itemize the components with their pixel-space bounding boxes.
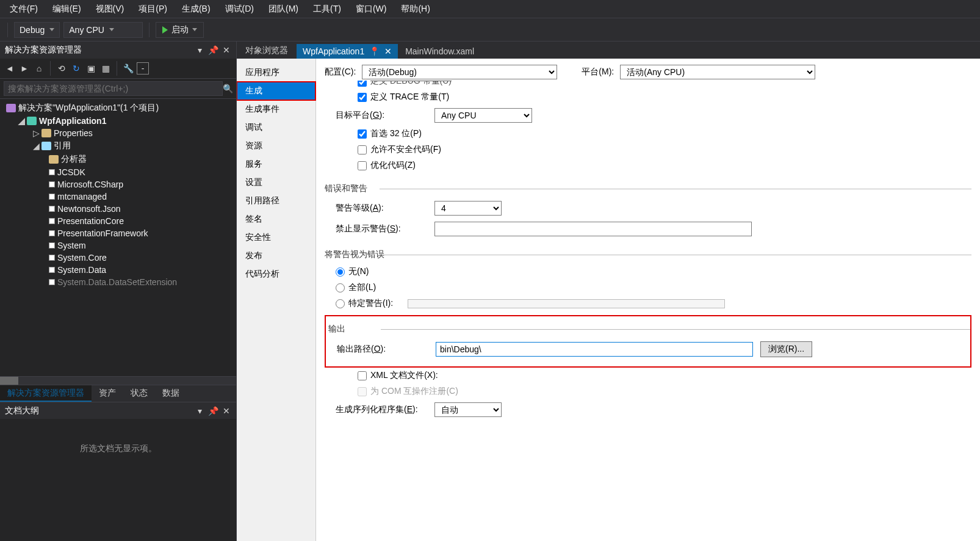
suppress-warnings-input[interactable] [434,222,752,236]
close-icon[interactable]: ✕ [384,46,392,56]
reference-item[interactable]: Microsoft.CSharp [0,178,236,191]
properties-icon[interactable]: 🔧 [122,62,134,74]
properties-node[interactable]: ▷ Properties [0,127,236,139]
optimize-code-checkbox[interactable]: 优化代码(Z) [347,158,971,173]
radio[interactable] [336,299,345,308]
nav-build-events[interactable]: 生成事件 [237,100,315,118]
output-path-input[interactable] [436,342,753,357]
reference-item[interactable]: System.Data [0,264,236,276]
close-icon[interactable]: ✕ [222,45,231,55]
reference-item[interactable]: JCSDK [0,166,236,178]
tab-solution-explorer[interactable]: 解决方案资源管理器 [0,385,92,402]
scroll-thumb[interactable] [0,377,18,385]
home-icon[interactable]: ⌂ [33,62,45,74]
reference-item[interactable]: System.Data.DataSetExtension [0,276,236,288]
menu-edit[interactable]: 编辑(E) [45,1,88,17]
platform-select[interactable]: 活动(Any CPU) [620,65,815,79]
reference-item[interactable]: Newtonsoft.Json [0,203,236,215]
menu-debug[interactable]: 调试(D) [218,1,261,17]
project-node[interactable]: ◢ WpfApplication1 [0,115,236,127]
menu-help[interactable]: 帮助(H) [394,1,437,17]
checkbox[interactable] [358,93,367,102]
collapse-icon[interactable]: ▣ [85,62,97,74]
nav-publish[interactable]: 发布 [237,247,315,265]
define-debug-checkbox[interactable]: 定义 DEBUG 常量(U) [347,81,971,89]
dropdown-icon[interactable]: ▾ [195,45,204,55]
nav-resources[interactable]: 资源 [237,137,315,155]
tab-assets[interactable]: 资产 [92,385,123,402]
menu-file[interactable]: 文件(F) [2,1,45,17]
pin-icon[interactable]: 📌 [208,45,218,55]
solution-node[interactable]: 解决方案"WpfApplication1"(1 个项目) [0,101,236,115]
radio-specific[interactable]: 特定警告(I): [325,296,971,311]
define-trace-checkbox[interactable]: 定义 TRACE 常量(T) [347,89,971,105]
expander-icon[interactable]: ◢ [18,116,24,126]
checkbox[interactable] [358,161,367,170]
pin-icon[interactable]: 📍 [369,46,380,56]
tab-mainwindow-xaml[interactable]: MainWindow.xaml [399,44,480,59]
search-icon[interactable]: 🔍 [223,84,232,93]
show-all-icon[interactable]: ▦ [99,62,112,74]
start-button[interactable]: 启动 [156,22,204,38]
preview-icon[interactable]: - [137,62,149,74]
tab-project-properties[interactable]: WpfApplication1 📍 ✕ [297,44,398,59]
expander-icon[interactable]: ◢ [33,141,39,151]
reference-item[interactable]: mtcmanaged [0,191,236,203]
forward-icon[interactable]: ► [18,62,31,74]
reference-item[interactable]: PresentationFramework [0,227,236,239]
serialization-select[interactable]: 自动 [434,402,502,417]
checkbox[interactable] [358,371,367,380]
chevron-down-icon [192,28,197,31]
reference-item[interactable]: 分析器 [0,153,236,166]
nav-code-analysis[interactable]: 代码分析 [237,265,315,283]
reference-item[interactable]: PresentationCore [0,215,236,227]
nav-settings[interactable]: 设置 [237,173,315,192]
radio[interactable] [336,267,345,277]
menu-window[interactable]: 窗口(W) [348,1,394,17]
nav-security[interactable]: 安全性 [237,228,315,247]
back-icon[interactable]: ◄ [4,62,16,74]
references-node[interactable]: ◢ 引用 [0,139,236,153]
com-interop-checkbox: 为 COM 互操作注册(C) [347,383,971,399]
nav-services[interactable]: 服务 [237,155,315,173]
chevron-down-icon [49,28,54,31]
radio[interactable] [336,283,345,292]
search-input[interactable] [4,81,223,96]
config-select[interactable]: 活动(Debug) [362,65,557,79]
tab-data[interactable]: 数据 [155,385,187,402]
nav-debug[interactable]: 调试 [237,118,315,137]
radio-none[interactable]: 无(N) [325,264,971,280]
platform-selector[interactable]: Any CPU [63,22,143,38]
tab-state[interactable]: 状态 [123,385,155,402]
expander-icon[interactable]: ▷ [33,128,39,138]
reference-item[interactable]: System.Core [0,252,236,264]
nav-build[interactable]: 生成 [237,82,315,100]
refresh-icon[interactable]: ↻ [70,62,82,74]
checkbox[interactable] [358,129,367,139]
sync-icon[interactable]: ⟲ [56,62,68,74]
prefer-32-checkbox[interactable]: 首选 32 位(P) [347,126,971,142]
menu-tools[interactable]: 工具(T) [306,1,348,17]
menu-team[interactable]: 团队(M) [261,1,306,17]
pin-icon[interactable]: 📌 [208,406,218,416]
menu-project[interactable]: 项目(P) [131,1,175,17]
radio-all[interactable]: 全部(L) [325,280,971,296]
nav-signing[interactable]: 签名 [237,210,315,228]
allow-unsafe-checkbox[interactable]: 允许不安全代码(F) [347,142,971,158]
menu-build[interactable]: 生成(B) [175,1,218,17]
nav-reference-paths[interactable]: 引用路径 [237,192,315,210]
close-icon[interactable]: ✕ [222,406,231,416]
reference-item[interactable]: System [0,239,236,252]
tab-object-browser[interactable]: 对象浏览器 [237,43,297,59]
horizontal-scrollbar[interactable] [0,376,236,385]
checkbox[interactable] [358,145,367,154]
menu-view[interactable]: 视图(V) [88,1,132,17]
dropdown-icon[interactable]: ▾ [195,406,204,416]
xml-doc-checkbox[interactable]: XML 文档文件(X): [347,368,971,383]
warn-level-select[interactable]: 4 [434,201,502,216]
nav-application[interactable]: 应用程序 [237,64,315,82]
browse-button[interactable]: 浏览(R)... [760,341,812,357]
config-selector[interactable]: Debug [14,22,60,38]
checkbox[interactable] [358,81,367,87]
target-platform-select[interactable]: Any CPU [434,108,532,123]
